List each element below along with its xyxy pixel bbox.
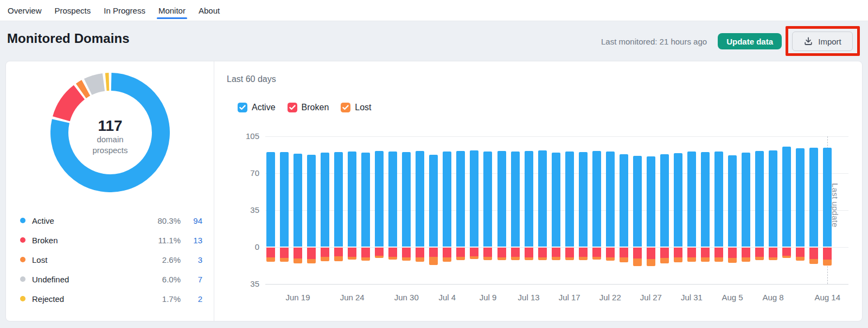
bar-active xyxy=(307,155,316,247)
bar-lost xyxy=(470,256,478,260)
tab-overview[interactable]: Overview xyxy=(7,0,43,21)
bar-broken xyxy=(511,248,520,257)
bar-active xyxy=(701,152,710,247)
bar-active xyxy=(620,154,628,247)
bar-active xyxy=(796,148,805,247)
bar-active xyxy=(579,152,588,247)
bar-lost xyxy=(592,257,601,260)
bar-broken xyxy=(674,248,682,257)
bar-lost xyxy=(429,257,438,266)
bar-broken xyxy=(456,248,465,257)
bar-lost xyxy=(497,257,506,261)
page-header: Monitored Domains Last monitored: 21 hou… xyxy=(0,22,868,61)
bar-lost xyxy=(483,257,492,261)
bar-active xyxy=(402,152,411,247)
bar-active xyxy=(266,152,275,247)
bar-lost xyxy=(388,257,397,260)
y-axis-tick-label: 105 xyxy=(220,131,259,142)
bar-lost xyxy=(796,257,805,261)
import-button[interactable]: Import xyxy=(792,31,853,51)
bar-lost xyxy=(755,257,764,261)
bar-active xyxy=(456,151,465,247)
x-axis-tick-label: Jun 19 xyxy=(276,293,320,302)
bar-active xyxy=(511,152,520,247)
bar-broken xyxy=(538,248,547,257)
bar-lost xyxy=(742,257,750,262)
bar-broken xyxy=(769,248,777,257)
bar-broken xyxy=(334,248,343,256)
bar-broken xyxy=(633,248,642,258)
bar-active xyxy=(416,151,424,247)
bar-active xyxy=(483,152,492,247)
bar-broken xyxy=(742,248,750,257)
tab-prospects[interactable]: Prospects xyxy=(54,0,92,21)
x-axis-tick-label: Jul 31 xyxy=(670,293,713,302)
bar-broken xyxy=(728,248,737,258)
bar-lost xyxy=(293,258,302,263)
download-icon xyxy=(803,36,813,46)
bar-broken xyxy=(592,248,601,257)
x-axis-tick-label: Jul 17 xyxy=(548,293,591,302)
tab-in-progress[interactable]: In Progress xyxy=(103,0,146,21)
bar-active xyxy=(606,152,615,247)
tab-monitor[interactable]: Monitor xyxy=(157,0,187,21)
bar-active xyxy=(714,152,723,247)
bar-active xyxy=(443,152,451,247)
bar-active xyxy=(525,151,533,247)
bar-broken xyxy=(321,248,329,257)
bar-lost xyxy=(375,256,384,258)
bar-lost xyxy=(728,258,737,263)
bar-active xyxy=(321,153,329,247)
bar-broken xyxy=(416,248,424,257)
import-button-wrap: Import xyxy=(792,31,853,51)
y-axis-tick-label: 70 xyxy=(220,168,259,179)
bar-lost xyxy=(579,257,588,261)
bar-active xyxy=(334,152,343,247)
tab-bar: OverviewProspectsIn ProgressMonitorAbout xyxy=(0,0,868,21)
bar-broken xyxy=(525,248,533,257)
bar-lost xyxy=(633,258,642,266)
bar-lost xyxy=(525,257,533,261)
bar-lost xyxy=(823,260,832,266)
bar-lost xyxy=(769,257,777,261)
bar-lost xyxy=(361,257,370,261)
import-button-label: Import xyxy=(818,37,841,46)
bar-active xyxy=(660,154,669,247)
bar-broken xyxy=(375,248,384,256)
bar-lost xyxy=(565,257,574,261)
bar-broken xyxy=(809,248,818,259)
bar-broken xyxy=(470,248,478,256)
bar-broken xyxy=(429,248,438,257)
bar-active xyxy=(755,151,764,247)
stacked-bar-chart: 1057035035Jun 19Jun 24Jun 30Jul 4Jul 9Ju… xyxy=(6,61,862,321)
update-data-button[interactable]: Update data xyxy=(718,33,782,49)
y-axis-tick-label: 35 xyxy=(220,205,259,216)
bar-active xyxy=(470,150,478,247)
bar-broken xyxy=(782,248,791,256)
page-title: Monitored Domains xyxy=(7,31,130,46)
bar-broken xyxy=(388,248,397,257)
bar-broken xyxy=(402,248,411,257)
bar-broken xyxy=(606,248,615,257)
x-axis-tick-label: Jul 22 xyxy=(589,293,632,302)
bar-broken xyxy=(307,248,316,259)
x-axis-tick-label: Jul 27 xyxy=(629,293,673,302)
bar-active xyxy=(538,150,547,247)
tab-about[interactable]: About xyxy=(197,0,221,21)
x-axis-tick-label: Aug 14 xyxy=(806,293,849,302)
bar-active xyxy=(388,152,397,247)
bar-broken xyxy=(647,248,655,259)
bar-lost xyxy=(701,257,710,262)
bar-active xyxy=(647,156,655,247)
bar-broken xyxy=(280,248,289,258)
bar-active xyxy=(633,156,642,247)
bar-broken xyxy=(348,248,356,257)
bar-active xyxy=(782,147,791,247)
bar-lost xyxy=(321,257,329,262)
bar-active xyxy=(809,148,818,247)
last-update-label: Last update xyxy=(831,183,840,228)
x-axis-tick-label: Jun 24 xyxy=(330,293,374,302)
bar-broken xyxy=(620,248,628,257)
bar-broken xyxy=(579,248,588,257)
bar-broken xyxy=(361,248,370,257)
